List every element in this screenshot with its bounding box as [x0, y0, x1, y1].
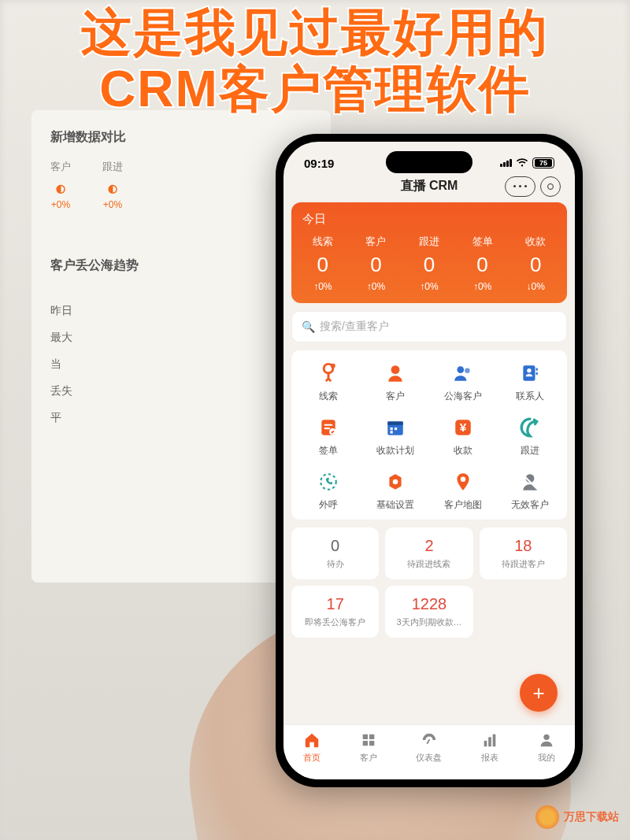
tab-home[interactable]: 首页 — [303, 731, 321, 764]
search-input[interactable]: 🔍 搜索/查重客户 — [291, 311, 567, 342]
metric-value: 0 — [509, 253, 562, 276]
today-label: 今日 — [296, 210, 562, 235]
today-metric-2[interactable]: 跟进 0 ↑0% — [402, 235, 456, 292]
svg-rect-15 — [391, 431, 393, 433]
metric-pct: ↑0% — [350, 281, 403, 292]
stat-value: 17 — [296, 595, 374, 613]
feature-payment[interactable]: ¥ 收款 — [429, 416, 497, 457]
feature-call[interactable]: 外呼 — [295, 470, 362, 512]
stat-card-0[interactable]: 0 待办 — [291, 527, 379, 579]
desktop-section-title-2: 客户丢公海趋势 — [50, 257, 312, 274]
feature-label: 无效客户 — [511, 498, 549, 512]
stat-card-3[interactable]: 17 即将丢公海客户 — [291, 586, 379, 638]
metric-value: 0 — [296, 253, 350, 276]
svg-rect-8 — [536, 372, 538, 375]
public-icon — [451, 361, 475, 385]
today-metrics-row: 线索 0 ↑0%客户 0 ↑0%跟进 0 ↑0%签单 0 ↑0%收款 0 ↓0% — [296, 235, 562, 292]
svg-point-20 — [393, 479, 398, 484]
order-icon — [317, 416, 340, 439]
battery-icon: 75 — [532, 157, 554, 168]
watermark-logo-icon — [536, 805, 559, 829]
phone-frame: 09:19 75 直播 CRM 今日 线索 0 ↑0%客户 0 ↑0%跟进 0 … — [276, 134, 583, 787]
svg-rect-25 — [369, 735, 374, 739]
stat-cards: 0 待办2 待跟进线索18 待跟进客户17 即将丢公海客户1228 3天内到期收… — [291, 527, 567, 638]
stat-value: 18 — [484, 537, 562, 555]
metric-pct: ↑0% — [456, 281, 510, 292]
svg-point-2 — [391, 365, 400, 374]
dashboard-icon — [421, 731, 438, 749]
svg-rect-26 — [362, 741, 367, 746]
stat-card-1[interactable]: 2 待跟进线索 — [385, 527, 472, 579]
feature-order[interactable]: 签单 — [295, 416, 362, 457]
tab-profile[interactable]: 我的 — [538, 731, 555, 764]
payment-icon: ¥ — [451, 416, 475, 439]
metric-pct: ↓0% — [509, 281, 562, 292]
leads-icon — [317, 361, 340, 385]
stat-card-2[interactable]: 18 待跟进客户 — [480, 527, 567, 579]
feature-label: 外呼 — [319, 498, 338, 512]
today-summary-card: 今日 线索 0 ↑0%客户 0 ↑0%跟进 0 ↑0%签单 0 ↑0%收款 0 … — [291, 202, 567, 303]
watermark: 万思下载站 — [536, 805, 619, 829]
feature-invalid[interactable]: 无效客户 — [497, 470, 565, 512]
close-miniprogram-button[interactable] — [540, 176, 561, 197]
feature-contact[interactable]: 联系人 — [497, 361, 565, 403]
svg-rect-30 — [488, 737, 491, 746]
today-metric-3[interactable]: 签单 0 ↑0% — [456, 235, 510, 292]
feature-label: 收款计划 — [376, 444, 414, 457]
feature-customer[interactable]: 客户 — [362, 361, 430, 403]
stat-label: 待跟进线索 — [390, 558, 468, 570]
overlay-headline: 这是我见过最好用的 CRM客户管理软件 — [0, 5, 630, 117]
today-metric-1[interactable]: 客户 0 ↑0% — [350, 235, 403, 292]
stat-label: 待办 — [296, 558, 374, 570]
tab-label: 我的 — [538, 752, 555, 764]
metric-value: 0 — [402, 253, 456, 276]
headline-line1: 这是我见过最好用的 — [0, 5, 630, 61]
feature-gear[interactable]: 基础设置 — [362, 470, 430, 512]
svg-rect-5 — [524, 365, 536, 381]
tab-report[interactable]: 报表 — [481, 731, 498, 764]
signal-icon — [500, 159, 512, 167]
svg-rect-31 — [493, 735, 496, 747]
gear-icon — [384, 470, 407, 494]
stat-value: 0 — [296, 537, 374, 555]
feature-leads[interactable]: 线索 — [295, 361, 362, 403]
feature-label: 联系人 — [516, 390, 544, 403]
search-icon: 🔍 — [302, 320, 315, 333]
metric-label: 线索 — [296, 235, 350, 249]
pin-icon — [451, 470, 475, 494]
feature-label: 客户地图 — [444, 498, 482, 512]
profile-icon — [538, 731, 555, 749]
today-metric-4[interactable]: 收款 0 ↓0% — [509, 235, 562, 292]
stat-label: 待跟进客户 — [484, 558, 562, 570]
headline-line2: CRM客户管理软件 — [0, 61, 630, 118]
svg-rect-28 — [426, 739, 430, 744]
feature-grid: 线索 客户 公海客户 联系人 签单 收款计划¥ 收款 跟进 外呼 基础设置 客户… — [295, 361, 564, 512]
svg-point-21 — [461, 476, 466, 482]
add-button[interactable]: + — [520, 674, 558, 712]
more-button[interactable] — [505, 176, 536, 197]
follow-icon — [518, 416, 542, 439]
tab-dashboard[interactable]: 仪表盘 — [416, 731, 442, 764]
battery-level: 75 — [535, 159, 552, 167]
tab-label: 报表 — [481, 752, 498, 764]
tab-label: 客户 — [360, 752, 377, 764]
feature-follow[interactable]: 跟进 — [497, 416, 565, 457]
feature-grid-card: 线索 客户 公海客户 联系人 签单 收款计划¥ 收款 跟进 外呼 基础设置 客户… — [291, 350, 567, 520]
report-icon — [481, 731, 498, 749]
feature-pin[interactable]: 客户地图 — [429, 470, 497, 512]
metric-pct: ↑0% — [296, 281, 350, 292]
svg-point-3 — [457, 366, 464, 373]
metric-label: 签单 — [456, 235, 510, 249]
svg-point-4 — [465, 368, 470, 373]
stat-card-4[interactable]: 1228 3天内到期收款… — [385, 586, 472, 638]
tab-label: 首页 — [303, 752, 321, 764]
desktop-list: 昨日最大当丢失平 — [50, 298, 312, 431]
feature-plan[interactable]: 收款计划 — [362, 416, 430, 457]
feature-label: 基础设置 — [376, 498, 414, 512]
plan-icon — [384, 416, 407, 439]
feature-public[interactable]: 公海客户 — [429, 361, 497, 403]
app-title-bar: 直播 CRM — [284, 173, 575, 202]
watermark-text: 万思下载站 — [564, 810, 619, 824]
today-metric-0[interactable]: 线索 0 ↑0% — [296, 235, 350, 292]
tab-people[interactable]: 客户 — [360, 731, 377, 764]
